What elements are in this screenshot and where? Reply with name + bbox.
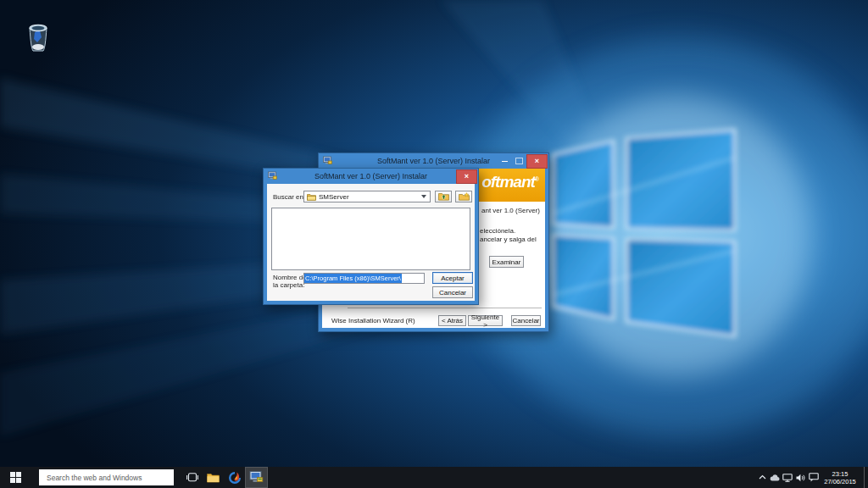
selected-path-text: C:\Program Files (x86)\SMServer\ [304, 274, 402, 283]
folder-icon [307, 193, 316, 201]
wise-setup-button[interactable] [224, 467, 245, 488]
file-explorer-icon [207, 473, 220, 483]
dialog-titlebar[interactable]: SoftMant ver 1.0 (Server) Instalar × [264, 169, 478, 184]
taskbar-search-input[interactable] [39, 469, 174, 485]
wizard-text-line-3: ancelar y salga del [480, 236, 537, 243]
close-icon: × [535, 158, 539, 165]
separator [348, 308, 542, 309]
action-center-tray-button[interactable] [807, 467, 821, 488]
maximize-button[interactable] [512, 155, 526, 168]
back-button[interactable]: < Atrás [438, 315, 466, 326]
file-explorer-button[interactable] [203, 467, 224, 488]
browse-button[interactable]: Examinar [489, 256, 524, 268]
close-icon: × [465, 173, 469, 180]
active-installer-task-button[interactable] [245, 467, 268, 488]
wizard-text-line-1: ant ver 1.0 (Server) [481, 207, 540, 214]
installer-app-icon [249, 470, 264, 485]
folder-listbox[interactable] [271, 208, 470, 270]
wise-setup-icon [229, 472, 241, 484]
new-folder-button[interactable] [455, 191, 472, 202]
look-in-label: Buscar en: [273, 193, 305, 201]
chevron-up-icon [759, 474, 766, 480]
look-in-combobox[interactable]: SMServer [303, 191, 431, 202]
volume-tray-button[interactable] [794, 467, 807, 488]
speaker-icon [796, 474, 805, 482]
minimize-button[interactable] [498, 155, 512, 168]
next-button[interactable]: Siguiente > [468, 315, 503, 326]
action-center-icon [809, 473, 819, 482]
minimize-icon [502, 161, 508, 162]
dialog-cancel-button[interactable]: Cancelar [432, 286, 473, 298]
wizard-cancel-button[interactable]: Cancelar [511, 315, 541, 326]
maximize-icon [515, 158, 523, 164]
network-icon [782, 474, 793, 482]
new-folder-icon [459, 192, 470, 201]
wizard-close-button[interactable]: × [526, 154, 548, 169]
dialog-close-button[interactable]: × [456, 169, 477, 184]
start-button[interactable] [0, 467, 31, 488]
wizard-text-line-2: elecciónela. [480, 227, 515, 235]
wizard-titlebar[interactable]: SoftMant ver 1.0 (Server) Instalar × [319, 153, 548, 169]
softmant-logo: oftmant® [481, 174, 539, 190]
windows-start-icon [10, 472, 21, 483]
dialog-client-area: Buscar en: SMServer Nombre de la carpeta… [267, 184, 475, 301]
taskbar: 23:15 27/06/2015 [0, 467, 868, 488]
cloud-icon [770, 474, 780, 481]
chevron-down-icon [421, 195, 426, 198]
show-desktop-button[interactable] [864, 467, 868, 488]
folder-up-icon [438, 192, 449, 201]
select-folder-dialog: SoftMant ver 1.0 (Server) Instalar × Bus… [263, 168, 479, 305]
network-tray-button[interactable] [781, 467, 794, 488]
ok-button[interactable]: Aceptar [432, 272, 473, 284]
look-in-value: SMServer [319, 193, 349, 201]
clock-date: 27/06/2015 [821, 478, 860, 485]
up-one-level-button[interactable] [435, 191, 452, 202]
wise-wizard-label: Wise Installation Wizard (R) [331, 317, 415, 324]
clock-time: 23:15 [821, 470, 860, 478]
task-view-icon [186, 473, 198, 482]
taskbar-clock[interactable]: 23:15 27/06/2015 [821, 470, 860, 485]
installer-window-icon [323, 153, 332, 169]
recycle-bin-icon[interactable] [24, 22, 53, 58]
installer-window-icon [268, 169, 277, 184]
tray-chevron-button[interactable] [756, 467, 768, 488]
onedrive-tray-button[interactable] [768, 467, 781, 488]
folder-path-input[interactable]: C:\Program Files (x86)\SMServer\ [303, 273, 425, 284]
system-tray: 23:15 27/06/2015 [756, 467, 868, 488]
dialog-title: SoftMant ver 1.0 (Server) Instalar [264, 169, 478, 184]
registered-mark: ® [535, 176, 539, 182]
task-view-button[interactable] [181, 467, 203, 488]
